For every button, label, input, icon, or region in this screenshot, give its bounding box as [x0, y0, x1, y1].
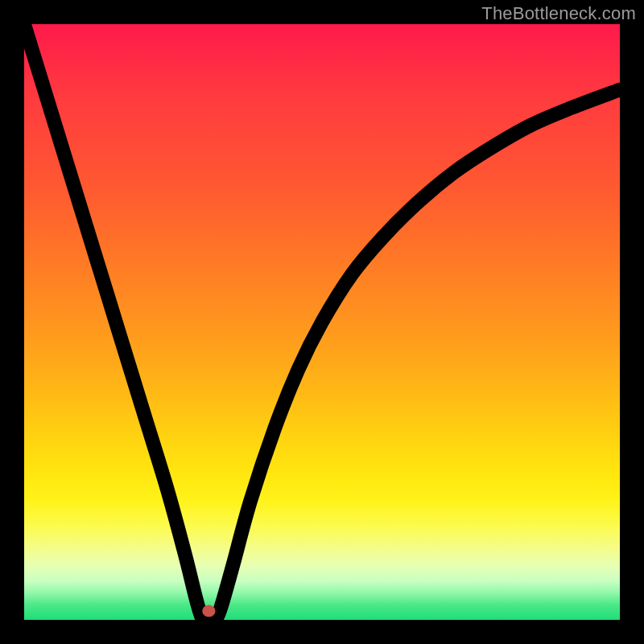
- watermark-text: TheBottleneck.com: [481, 3, 636, 24]
- plot-area: [24, 24, 620, 620]
- chart-frame: TheBottleneck.com: [0, 0, 644, 644]
- curve-layer: [24, 24, 620, 620]
- bottleneck-curve-line: [24, 24, 620, 620]
- optimum-marker-dot: [202, 605, 215, 617]
